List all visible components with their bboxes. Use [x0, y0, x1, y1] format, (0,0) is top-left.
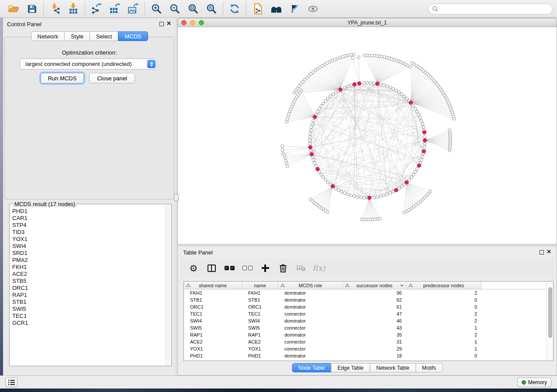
table-cell[interactable]: 1 [406, 345, 481, 352]
zoom-selected-button[interactable] [202, 1, 221, 17]
graph-hub-node[interactable] [405, 181, 408, 184]
table-row[interactable]: RAP1RAP1dominator352 [184, 331, 553, 338]
close-window-button[interactable] [181, 20, 187, 25]
graph-node[interactable] [285, 120, 288, 123]
table-cell[interactable]: ORC1 [242, 303, 278, 310]
export-image-button[interactable] [124, 1, 142, 17]
table-tab-node-table[interactable]: Node Table [292, 363, 332, 372]
graph-node[interactable] [378, 217, 381, 220]
table-cell[interactable]: 0 [406, 303, 481, 310]
graph-hub-node[interactable] [310, 152, 313, 156]
graph-hub-node[interactable] [422, 131, 426, 134]
graph-node[interactable] [311, 122, 314, 125]
graph-node[interactable] [313, 162, 316, 165]
new-network-file-button[interactable] [249, 1, 267, 17]
graph-node[interactable] [373, 82, 376, 85]
table-row[interactable]: STB1STB1dominator620 [184, 296, 553, 303]
column-header-shared-name[interactable]: shared name [184, 282, 242, 289]
table-cell[interactable]: FKH1 [184, 289, 242, 296]
close-panel-icon[interactable]: ✕ [166, 20, 171, 27]
run-mcds-button[interactable]: Run MCDS [41, 73, 84, 83]
column-header-successor-nodes[interactable]: successor nodes [343, 282, 406, 289]
close-table-panel-icon[interactable]: ✕ [547, 248, 551, 255]
table-row[interactable]: YOX1YOX1connector291 [184, 345, 553, 352]
table-tab-edge-table[interactable]: Edge Table [331, 363, 370, 372]
search-input[interactable] [428, 3, 553, 14]
graph-node[interactable] [324, 178, 327, 181]
graph-node[interactable] [448, 129, 451, 132]
table-cell[interactable]: 61 [343, 303, 406, 310]
table-cell[interactable]: dominator [278, 296, 343, 303]
table-tab-motifs[interactable]: Motifs [415, 363, 443, 372]
graph-node[interactable] [326, 181, 329, 184]
graph-node[interactable] [326, 97, 329, 100]
task-history-button[interactable] [5, 378, 17, 387]
save-session-button[interactable] [23, 1, 41, 17]
graph-node[interactable] [414, 107, 417, 110]
graph-node[interactable] [337, 189, 340, 192]
show-all-button[interactable] [304, 1, 322, 17]
column-header-name[interactable]: name [242, 282, 278, 289]
table-cell[interactable]: SWI5 [242, 324, 278, 331]
graph-node[interactable] [363, 196, 366, 199]
graph-node[interactable] [359, 196, 362, 199]
graph-node[interactable] [411, 62, 414, 65]
graph-node[interactable] [332, 93, 335, 96]
graph-hub-node[interactable] [422, 149, 426, 153]
table-cell[interactable]: 31 [343, 338, 406, 345]
graph-node[interactable] [316, 110, 319, 113]
table-cell[interactable]: connector [278, 310, 343, 317]
open-file-button[interactable] [4, 1, 23, 17]
graph-node[interactable] [349, 84, 353, 87]
refresh-view-button[interactable] [225, 1, 244, 17]
table-cell[interactable]: 46 [343, 317, 406, 324]
table-cell[interactable]: 2 [406, 317, 481, 324]
tab-mcds[interactable]: MCDS [118, 31, 148, 41]
graph-node[interactable] [347, 54, 350, 57]
table-row[interactable]: SWI4SWI4dominator462 [184, 317, 553, 324]
graph-node[interactable] [366, 81, 369, 84]
graph-node[interactable] [421, 122, 424, 125]
memory-button[interactable]: Memory [517, 378, 551, 387]
graph-node[interactable] [293, 91, 296, 94]
tab-network[interactable]: Network [31, 31, 65, 41]
graph-node[interactable] [410, 176, 413, 179]
table-cell[interactable]: RAP1 [242, 331, 278, 338]
table-row[interactable]: ACE2ACE2connector311 [184, 338, 553, 345]
graph-node[interactable] [334, 187, 337, 190]
graph-node[interactable] [346, 193, 349, 196]
zoom-fit-button[interactable] [184, 1, 202, 17]
graph-node[interactable] [329, 95, 332, 98]
graph-node[interactable] [312, 119, 315, 122]
table-row[interactable]: SWI5SWI5connector431 [184, 324, 553, 331]
graph-node[interactable] [392, 87, 395, 90]
graph-node[interactable] [422, 126, 425, 129]
float-table-panel-icon[interactable] [540, 250, 544, 254]
graph-node[interactable] [343, 86, 346, 89]
table-cell[interactable]: STB1 [184, 296, 242, 303]
graph-node[interactable] [382, 84, 385, 87]
import-table-button[interactable] [64, 1, 83, 17]
graph-node[interactable] [340, 190, 343, 193]
graph-node[interactable] [379, 195, 382, 198]
table-cell[interactable]: dominator [278, 289, 343, 296]
graph-hub-node[interactable] [357, 82, 361, 85]
table-settings-button[interactable]: ⚙ [188, 263, 199, 273]
graph-node[interactable] [417, 113, 420, 116]
table-scrollbar[interactable] [547, 282, 553, 361]
graph-hub-node[interactable] [308, 145, 312, 149]
table-cell[interactable]: TEC1 [184, 310, 242, 317]
graph-node[interactable] [349, 53, 353, 56]
graph-node[interactable] [324, 100, 327, 103]
graph-node[interactable] [356, 196, 359, 199]
table-cell[interactable]: dominator [278, 317, 343, 324]
graph-node[interactable] [423, 142, 426, 145]
table-cell[interactable]: 96 [343, 289, 406, 296]
graph-node[interactable] [379, 83, 382, 86]
graph-node[interactable] [398, 91, 401, 94]
tab-select[interactable]: Select [90, 31, 118, 41]
graph-node[interactable] [320, 173, 323, 176]
export-network-button[interactable] [87, 1, 106, 17]
table-row[interactable]: ORC1ORC1dominator610 [184, 303, 553, 310]
graph-node[interactable] [403, 95, 406, 98]
